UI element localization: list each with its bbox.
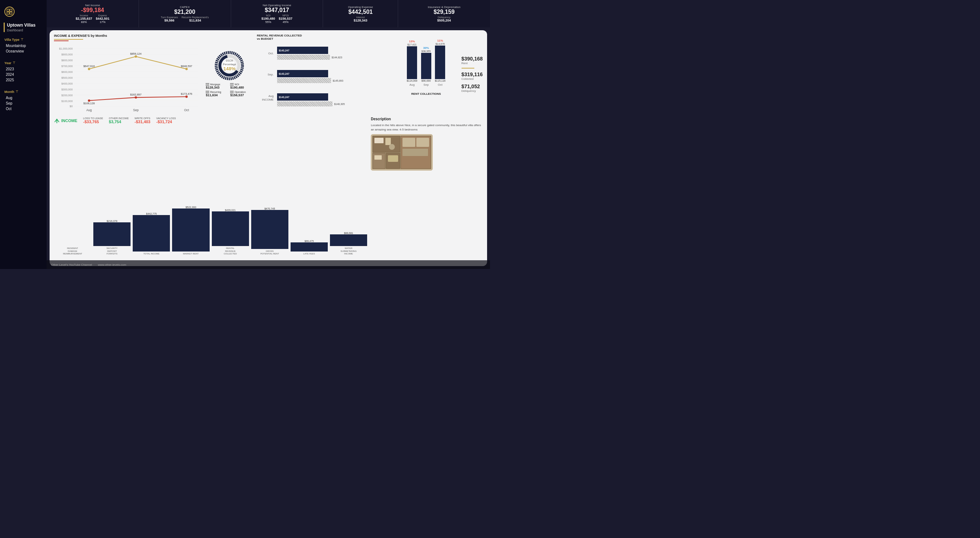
gross-bar bbox=[251, 210, 288, 249]
other-income: OTHER INCOME $3,754 bbox=[109, 117, 129, 124]
svg-rect-1 bbox=[10, 9, 12, 11]
villa-image bbox=[371, 134, 433, 170]
rrv-month-oct: Oct. bbox=[257, 52, 275, 55]
rc-bar-aug: 13% $17,421 $114,000 Aug bbox=[407, 40, 417, 86]
sidebar-item-2024[interactable]: 2024 bbox=[5, 72, 42, 77]
write-offs-label: WRITE OFFS bbox=[135, 117, 150, 119]
svg-point-34 bbox=[185, 96, 188, 98]
water-label: WATERSUBMETERINGINCOME bbox=[340, 247, 356, 255]
income-metrics-row: INCOME LOSS TO LEASE -$33,765 OTHER INCO… bbox=[54, 117, 367, 124]
water-bar bbox=[330, 234, 367, 246]
header-noi-value: $347,017 bbox=[265, 7, 289, 13]
logo-icon bbox=[5, 6, 14, 17]
rc-sep-top-value: $38,955 bbox=[422, 50, 431, 53]
rc-aug-bar bbox=[407, 46, 417, 79]
rc-stat-collected: $319,116 Collected bbox=[461, 72, 483, 81]
dscr-section: DSCR Percentage 148% bbox=[205, 34, 253, 114]
dscr-title: DSCR bbox=[223, 59, 236, 62]
svg-text:$600,000: $600,000 bbox=[61, 70, 73, 74]
rrv-month-sep: Sep. bbox=[257, 73, 275, 76]
svg-text:$859,124: $859,124 bbox=[130, 52, 142, 56]
rc-collected-value: $319,116 bbox=[461, 72, 483, 77]
income-section: INCOME LOSS TO LEASE -$33,765 OTHER INCO… bbox=[54, 117, 367, 263]
rrv-sep-row: $143,247 $145,893 bbox=[277, 70, 391, 83]
income-title-area: INCOME bbox=[54, 118, 77, 124]
svg-rect-59 bbox=[388, 155, 398, 162]
svg-point-33 bbox=[135, 96, 137, 99]
svg-point-28 bbox=[185, 68, 188, 70]
header-net-income: Net Income -$99,184 Income $2,155,637 83… bbox=[47, 0, 139, 27]
svg-text:$800,000: $800,000 bbox=[61, 59, 73, 62]
chart-title: INCOME & EXPENSE'S by Months bbox=[54, 34, 202, 38]
dscr-mortgage: Morgage $128,343 bbox=[205, 83, 229, 89]
gross-value: $470,745 bbox=[264, 207, 275, 210]
sidebar-item-2023[interactable]: 2023 bbox=[5, 66, 42, 72]
description-villa-section: Description Located in the hills above N… bbox=[371, 117, 483, 263]
income-bar-gross: $470,745 GROSSPOTENTIAL RENT bbox=[251, 207, 288, 255]
rent-collections-chart: 13% $17,421 $114,000 Aug 30% $38,955 bbox=[395, 34, 457, 114]
svg-rect-0 bbox=[7, 9, 9, 11]
dscr-label: DSCR Percentage 148% bbox=[223, 59, 236, 72]
sidebar: Uptown Villas Dashboard Villa Type ⊤ Mou… bbox=[0, 0, 47, 269]
header-turn-sub: Turn Expanses $9,566 bbox=[161, 16, 178, 22]
svg-point-27 bbox=[135, 56, 137, 57]
app-subtitle: Dashboard bbox=[7, 29, 43, 32]
gross-label: GROSSPOTENTIAL RENT bbox=[260, 250, 279, 255]
svg-rect-2 bbox=[7, 12, 9, 14]
market-rent-bar bbox=[172, 209, 209, 251]
svg-text:$162,897: $162,897 bbox=[130, 93, 142, 96]
income-bar-market: $522,000 MARKET RENT bbox=[172, 206, 209, 255]
security-label: SECURITYDEPOSITFORFEITS bbox=[107, 247, 118, 255]
header-net-income-value: -$99,184 bbox=[81, 7, 104, 13]
header-opex-title: Operating Expense bbox=[348, 5, 373, 9]
svg-text:$500,000: $500,000 bbox=[61, 76, 73, 80]
income-bar-total: $442,775 TOTAL INCOME bbox=[133, 213, 170, 255]
sidebar-item-2025[interactable]: 2025 bbox=[5, 77, 42, 83]
rc-oct-value: $115,116 bbox=[435, 80, 445, 82]
description-title: Description bbox=[371, 117, 483, 121]
app-title: Uptown Villas bbox=[7, 22, 43, 29]
month-label: Month ⊤ bbox=[5, 90, 42, 94]
rc-stats: $390,168 Rent $319,116 Collected $71,052… bbox=[460, 34, 483, 114]
sidebar-item-mountaintop[interactable]: Mountaintop bbox=[5, 43, 42, 48]
income-bar-water: $88,681 WATERSUBMETERINGINCOME bbox=[330, 232, 367, 255]
dscr-noi: NOI $190,480 bbox=[230, 83, 253, 89]
svg-text:$648,597: $648,597 bbox=[181, 65, 192, 68]
svg-rect-56 bbox=[416, 138, 429, 147]
total-income-label: TOTAL INCOME bbox=[143, 253, 159, 255]
year-filter-icon[interactable]: ⊤ bbox=[13, 61, 15, 65]
sidebar-item-aug[interactable]: Aug bbox=[5, 95, 42, 100]
vacancy-loss-value: -$31,724 bbox=[156, 119, 176, 124]
rental-rev-bar bbox=[212, 212, 249, 246]
header-opex: Operating Expense $442,501 Interest $128… bbox=[323, 0, 398, 27]
svg-text:$0: $0 bbox=[70, 105, 73, 108]
header-npoi-sub: NPOI $156,537 45% bbox=[279, 14, 293, 24]
description-text: Located in the hills above Nice, in a se… bbox=[371, 123, 483, 132]
villa-type-label: Villa Type ⊤ bbox=[5, 38, 42, 41]
sidebar-item-sep[interactable]: Sep bbox=[5, 100, 42, 106]
rental-rev-label: RENTALREVENUECOLLECTED bbox=[224, 247, 237, 255]
income-arrow-icon bbox=[54, 118, 60, 124]
sidebar-item-oceanview[interactable]: Oceanview bbox=[5, 48, 42, 54]
chart-section: INCOME & EXPENSE'S by Months $1,000,000 … bbox=[54, 34, 202, 114]
late-fees-bar bbox=[291, 242, 328, 251]
month-filter-icon[interactable]: ⊤ bbox=[16, 90, 18, 93]
rc-oct-bar bbox=[435, 46, 445, 79]
main-card: INCOME & EXPENSE'S by Months $1,000,000 … bbox=[49, 30, 487, 266]
filter-icon[interactable]: ⊤ bbox=[21, 38, 23, 41]
main-content: INCOME & EXPENSE'S by Months $1,000,000 … bbox=[47, 27, 490, 269]
svg-text:$400,000: $400,000 bbox=[61, 82, 73, 85]
income-title: INCOME bbox=[61, 118, 77, 123]
header-interest-sub: Interest $128,343 bbox=[354, 16, 368, 22]
rc-rent-label: Rent bbox=[461, 62, 483, 65]
svg-text:$200,000: $200,000 bbox=[61, 94, 73, 97]
write-offs-value: -$31,403 bbox=[135, 119, 150, 124]
rc-sep-pct: 30% bbox=[423, 46, 429, 49]
svg-point-54 bbox=[389, 144, 395, 150]
vacancy-loss: VACANCY LOSS -$31,724 bbox=[156, 117, 176, 124]
sidebar-item-oct[interactable]: Oct bbox=[5, 106, 42, 111]
late-fees-label: LATE FEES bbox=[303, 253, 315, 255]
rc-aug-label: Aug bbox=[409, 83, 415, 86]
dscr-operation: Operation $156,537 bbox=[230, 91, 253, 97]
header-noi-title: Net Operating Income bbox=[262, 4, 291, 7]
